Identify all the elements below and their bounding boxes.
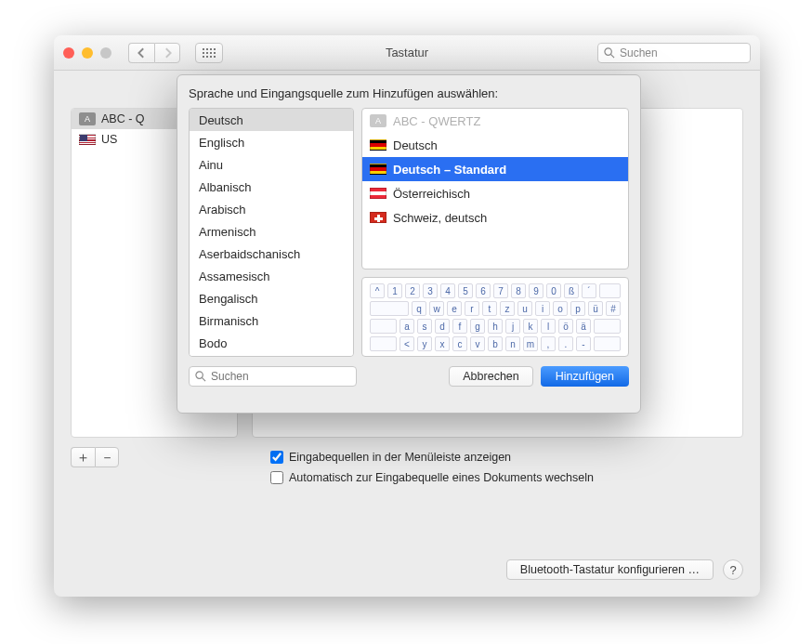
source-variant-row[interactable]: Schweiz, deutsch — [362, 205, 628, 230]
key: ß — [564, 283, 579, 298]
source-variant-label: Österreichisch — [393, 187, 470, 201]
help-button[interactable]: ? — [723, 559, 743, 580]
key: g — [470, 319, 485, 334]
add-input-source-sheet: Sprache und Eingangsquelle zum Hinzufüge… — [177, 74, 641, 414]
titlebar: Tastatur Suchen — [54, 35, 760, 71]
language-list[interactable]: DeutschEnglischAinuAlbanischArabischArme… — [189, 108, 354, 357]
bottom-row: Bluetooth-Tastatur konfigurieren … ? — [506, 559, 743, 580]
flag-ch-icon — [370, 212, 386, 223]
add-source-button[interactable]: ＋ — [71, 447, 95, 467]
language-row[interactable]: Englisch — [190, 131, 353, 153]
sheet-search-field[interactable] — [189, 366, 357, 387]
key: 2 — [405, 283, 420, 298]
key: n — [505, 336, 520, 351]
source-variant-row[interactable]: Deutsch – Standard — [362, 157, 628, 181]
key: m — [523, 336, 538, 351]
flag-at-icon — [370, 188, 386, 199]
key: - — [576, 336, 591, 351]
key: 9 — [529, 283, 544, 298]
key: # — [606, 301, 621, 316]
key: y — [417, 336, 432, 351]
key: ´ — [582, 283, 596, 298]
checkbox-label: Eingabequellen in der Menüleiste anzeige… — [289, 451, 511, 464]
key: d — [435, 319, 450, 334]
key: 6 — [476, 283, 491, 298]
remove-source-button[interactable]: － — [95, 447, 119, 467]
language-row[interactable]: Aserbaidschanisch — [190, 243, 353, 265]
checkbox[interactable] — [270, 471, 283, 484]
key: c — [452, 336, 467, 351]
show-in-menubar-checkbox[interactable]: Eingabequellen in der Menüleiste anzeige… — [270, 447, 594, 467]
key: w — [429, 301, 444, 316]
key: ü — [588, 301, 603, 316]
source-variant-row[interactable]: Österreichisch — [362, 181, 628, 205]
key: 4 — [440, 283, 455, 298]
key: s — [417, 319, 432, 334]
source-variant-label: Deutsch — [393, 138, 438, 152]
auto-switch-checkbox[interactable]: Automatisch zur Eingabequelle eines Doku… — [270, 467, 594, 488]
input-source-label: US — [101, 133, 117, 146]
bluetooth-keyboard-button[interactable]: Bluetooth-Tastatur konfigurieren … — [506, 559, 714, 580]
flag-de-icon — [370, 164, 386, 175]
source-variant-label: Deutsch – Standard — [393, 163, 506, 177]
language-row[interactable]: Albanisch — [190, 176, 353, 198]
source-variant-label: ABC - QWERTZ — [393, 114, 480, 128]
language-row[interactable]: Arabisch — [190, 198, 353, 220]
key: e — [447, 301, 462, 316]
cancel-button[interactable]: Abbrechen — [449, 366, 532, 387]
input-source-label: ABC - Q — [101, 112, 145, 125]
key: 1 — [387, 283, 402, 298]
source-variant-row[interactable]: Deutsch — [362, 133, 628, 157]
key: h — [488, 319, 503, 334]
key — [370, 336, 397, 351]
key: b — [488, 336, 503, 351]
key: a — [399, 319, 414, 334]
key: l — [541, 319, 556, 334]
flag-de-icon — [370, 139, 386, 151]
key: i — [535, 301, 550, 316]
key — [599, 283, 621, 298]
key: p — [570, 301, 585, 316]
add-button[interactable]: Hinzufügen — [541, 366, 629, 387]
sheet-title: Sprache und Eingangsquelle zum Hinzufüge… — [189, 86, 629, 100]
key: o — [553, 301, 568, 316]
language-row[interactable]: Assamesisch — [190, 265, 353, 287]
language-row[interactable]: Bengalisch — [190, 287, 353, 309]
key: 7 — [493, 283, 508, 298]
keyboard-preview: ^1234567890ß´qwertzuiopü#asdfghjklöä<yxc… — [361, 277, 629, 357]
key: . — [558, 336, 573, 351]
checkbox[interactable] — [270, 451, 283, 464]
key — [594, 319, 621, 334]
input-source-variant-list[interactable]: AABC - QWERTZDeutschDeutsch – StandardÖs… — [361, 108, 629, 269]
key: , — [541, 336, 556, 351]
sheet-search-input[interactable] — [211, 370, 350, 383]
checkbox-label: Automatisch zur Eingabequelle eines Doku… — [289, 471, 594, 484]
key: ^ — [370, 283, 385, 298]
language-row[interactable]: Ainu — [190, 153, 353, 176]
language-row[interactable]: Birmanisch — [190, 309, 353, 332]
key: f — [452, 319, 467, 334]
window-title: Tastatur — [54, 46, 760, 59]
abc-icon: A — [79, 112, 96, 125]
language-row[interactable]: Armenisch — [190, 220, 353, 243]
key: 8 — [511, 283, 526, 298]
source-variant-row: AABC - QWERTZ — [362, 109, 628, 133]
language-row[interactable]: Deutsch — [190, 109, 353, 131]
add-remove-controls: ＋ － — [71, 447, 119, 467]
abc-icon: A — [370, 114, 386, 127]
language-row[interactable]: Bodo — [190, 332, 353, 354]
key: t — [482, 301, 497, 316]
key: x — [435, 336, 450, 351]
key: < — [399, 336, 414, 351]
key — [370, 301, 409, 316]
options-checkboxes: Eingabequellen in der Menüleiste anzeige… — [270, 447, 594, 488]
source-variant-label: Schweiz, deutsch — [393, 211, 487, 225]
svg-line-15 — [202, 377, 205, 381]
key — [370, 319, 397, 334]
key: v — [470, 336, 485, 351]
key — [594, 336, 621, 351]
language-row[interactable]: Bulgarisch — [190, 354, 353, 357]
key: k — [523, 319, 538, 334]
key: r — [465, 301, 479, 316]
sheet-panes: DeutschEnglischAinuAlbanischArabischArme… — [189, 108, 629, 357]
